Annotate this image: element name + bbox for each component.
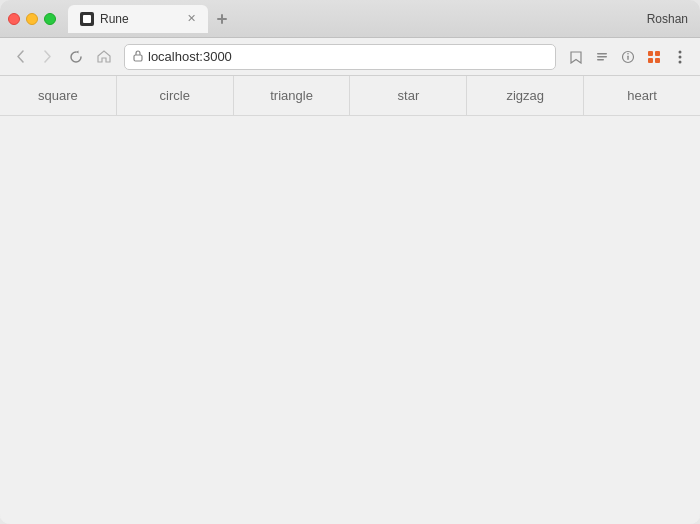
svg-rect-7 <box>627 55 628 60</box>
traffic-lights <box>8 13 56 25</box>
tab-title: Rune <box>100 12 129 26</box>
svg-point-14 <box>679 55 682 58</box>
extensions-icon[interactable] <box>642 45 666 69</box>
svg-point-8 <box>627 53 629 55</box>
svg-point-15 <box>679 60 682 63</box>
minimize-button[interactable] <box>26 13 38 25</box>
maximize-button[interactable] <box>44 13 56 25</box>
back-button[interactable] <box>8 45 32 69</box>
home-button[interactable] <box>92 45 116 69</box>
shape-tab-zigzag[interactable]: zigzag <box>467 76 584 115</box>
tab-close-button[interactable]: ✕ <box>187 13 196 24</box>
address-bar[interactable]: localhost:3000 <box>124 44 556 70</box>
svg-rect-2 <box>134 55 142 61</box>
tab-favicon <box>80 12 94 26</box>
forward-button[interactable] <box>36 45 60 69</box>
shape-tab-star[interactable]: star <box>350 76 467 115</box>
nav-bar: localhost:3000 <box>0 38 700 76</box>
svg-rect-4 <box>597 56 607 58</box>
shape-tab-heart[interactable]: heart <box>584 76 700 115</box>
info-icon[interactable] <box>616 45 640 69</box>
main-content <box>0 116 700 524</box>
reader-icon[interactable] <box>590 45 614 69</box>
browser-window: Rune ✕ Roshan <box>0 0 700 524</box>
user-name: Roshan <box>647 12 688 26</box>
tab-bar: Rune ✕ <box>56 5 692 33</box>
new-tab-button[interactable] <box>208 5 236 33</box>
svg-rect-11 <box>648 58 653 63</box>
svg-rect-1 <box>221 14 223 24</box>
close-button[interactable] <box>8 13 20 25</box>
svg-rect-3 <box>597 53 607 55</box>
active-tab[interactable]: Rune ✕ <box>68 5 208 33</box>
shape-tab-square[interactable]: square <box>0 76 117 115</box>
reload-button[interactable] <box>64 45 88 69</box>
svg-rect-10 <box>655 51 660 56</box>
shape-tab-circle[interactable]: circle <box>117 76 234 115</box>
shape-navigation: squarecircletrianglestarzigzagheart <box>0 76 700 116</box>
title-bar: Rune ✕ Roshan <box>0 0 700 38</box>
shape-tab-triangle[interactable]: triangle <box>234 76 351 115</box>
menu-icon[interactable] <box>668 45 692 69</box>
url-text: localhost:3000 <box>148 49 232 64</box>
bookmark-icon[interactable] <box>564 45 588 69</box>
svg-point-13 <box>679 50 682 53</box>
svg-rect-12 <box>655 58 660 63</box>
address-lock-icon <box>133 50 143 64</box>
svg-rect-9 <box>648 51 653 56</box>
content-area: squarecircletrianglestarzigzagheart <box>0 76 700 524</box>
toolbar-right <box>564 45 692 69</box>
svg-rect-5 <box>597 59 604 61</box>
